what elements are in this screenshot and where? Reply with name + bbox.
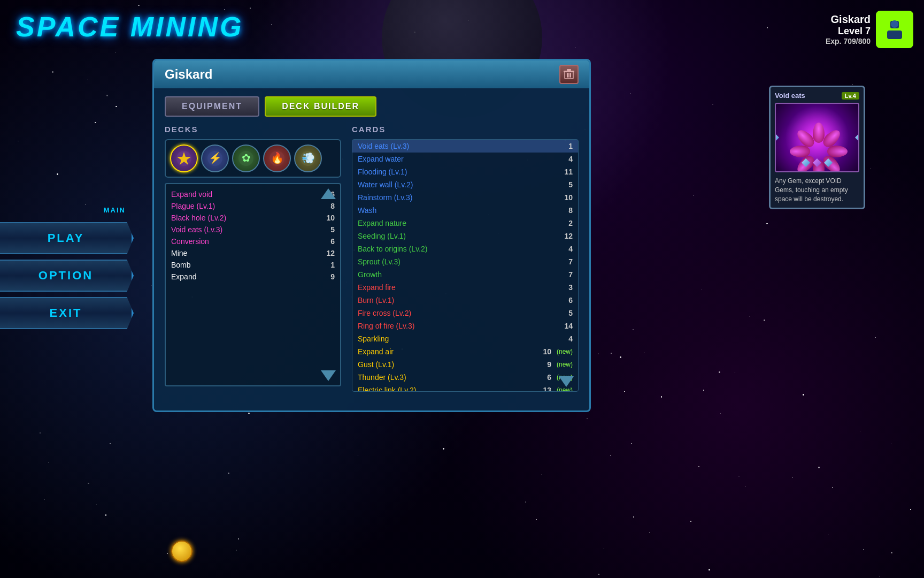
cards-header: CARDS [352, 125, 579, 134]
deck-cards-layout: DECKS ⚡ [165, 125, 579, 393]
card-item-count: 6 [547, 373, 551, 382]
corner-gem-left [775, 134, 779, 141]
card-item-name: Wash [358, 206, 376, 215]
trash-button[interactable] [559, 65, 579, 84]
tabs: EQUIPMENT DECK BUILDER [165, 96, 579, 117]
card-list-item[interactable]: Electric link (Lv.2)13(new) [352, 384, 578, 391]
main-label: MAIN [0, 203, 134, 217]
tab-equipment[interactable]: EQUIPMENT [165, 96, 259, 117]
deck-item-count: 1 [330, 261, 335, 269]
deck-scroll-up[interactable] [321, 188, 336, 199]
deck-item-count: 6 [330, 237, 335, 246]
card-item-count: 2 [568, 219, 573, 227]
svg-rect-6 [570, 73, 571, 78]
card-item-name: Growth [358, 270, 382, 279]
deck-list-container: Expand void6Plague (Lv.1)8Black hole (Lv… [165, 183, 341, 386]
card-list-item[interactable]: Back to origins (Lv.2)4 [352, 242, 578, 255]
card-item-count: 7 [568, 270, 573, 279]
svg-text:⚡: ⚡ [209, 151, 222, 164]
card-list-item[interactable]: Rainstorm (Lv.3)10 [352, 191, 578, 204]
gem-3 [824, 158, 833, 167]
deck-item-name: Expand [171, 272, 196, 281]
player-info: Giskard Level 7 Exp. 709/800 [826, 11, 913, 48]
deck-list-item[interactable]: Bomb1 [171, 259, 335, 271]
deck-icon-5[interactable]: 💨 [294, 144, 322, 172]
card-item-name: Ring of fire (Lv.3) [358, 322, 414, 330]
card-list-item[interactable]: Sprout (Lv.3)7 [352, 255, 578, 268]
card-item-count: 6 [568, 296, 573, 305]
card-list-item[interactable]: Water wall (Lv.2)5 [352, 178, 578, 191]
card-list-item[interactable]: Expand nature2 [352, 217, 578, 230]
deck-icon-1[interactable] [170, 144, 198, 172]
card-item-name: Sparkling [358, 334, 389, 343]
deck-icons-row: ⚡ ✿ 🔥 [165, 139, 341, 178]
card-item-name: Electric link (Lv.2) [358, 386, 416, 391]
preview-header: Void eats Lv.4 [775, 92, 859, 100]
deck-item-name: Mine [171, 249, 187, 257]
deck-list-item[interactable]: Black hole (Lv.2)10 [171, 212, 335, 224]
gem-2 [813, 158, 821, 167]
panel-title: Giskard [165, 67, 212, 82]
play-button[interactable]: PLAY [0, 222, 134, 254]
card-item-count: 10 [543, 347, 551, 356]
svg-rect-4 [567, 73, 568, 78]
deck-item-name: Expand void [171, 190, 212, 199]
card-item-count: 5 [568, 180, 573, 189]
deck-item-name: Conversion [171, 237, 209, 246]
svg-rect-5 [568, 73, 569, 78]
card-list-item[interactable]: Burn (Lv.1)6 [352, 294, 578, 307]
deck-icon-2[interactable]: ⚡ [201, 144, 229, 172]
card-item-count: 7 [568, 257, 573, 266]
gold-coin[interactable] [171, 541, 192, 562]
deck-list-item[interactable]: Expand9 [171, 271, 335, 283]
card-list-item[interactable]: Sparkling4 [352, 332, 578, 345]
svg-text:✿: ✿ [242, 152, 251, 164]
card-item-count: 12 [564, 232, 573, 240]
card-list-item[interactable]: Wash8 [352, 204, 578, 217]
deck-item-count: 8 [330, 202, 335, 210]
card-item-name: Water wall (Lv.2) [358, 180, 413, 189]
card-item-count: 9 [547, 360, 551, 369]
card-list-item[interactable]: Expand air10(new) [352, 345, 578, 358]
card-list-item[interactable]: Void eats (Lv.3)1 [352, 140, 578, 153]
card-item-name: Flooding (Lv.1) [358, 168, 407, 176]
card-list-item[interactable]: Expand water4 [352, 153, 578, 165]
card-item-name: Back to origins (Lv.2) [358, 245, 427, 253]
flower-petals [796, 116, 838, 159]
card-list-item[interactable]: Expand fire3 [352, 281, 578, 294]
card-preview-panel: Void eats Lv.4 Any Gem, except VOID Gems… [769, 86, 865, 209]
option-button[interactable]: OPTION [0, 260, 134, 292]
deck-scroll-down[interactable] [321, 370, 336, 381]
card-item-count: 10 [564, 193, 573, 202]
deck-list-item[interactable]: Mine12 [171, 247, 335, 259]
card-list-item[interactable]: Ring of fire (Lv.3)14 [352, 320, 578, 332]
card-list-item[interactable]: Thunder (Lv.3)6(new) [352, 371, 578, 384]
tab-deck-builder[interactable]: DECK BUILDER [265, 96, 376, 117]
deck-list: Expand void6Plague (Lv.1)8Black hole (Lv… [166, 184, 340, 385]
main-panel: Giskard EQUIPMENT DECK BUILDER DECKS [152, 59, 591, 412]
panel-title-bar: Giskard [154, 60, 589, 88]
card-list-item[interactable]: Gust (Lv.1)9(new) [352, 358, 578, 371]
deck-list-item[interactable]: Conversion6 [171, 235, 335, 247]
deck-list-item[interactable]: Expand void6 [171, 188, 335, 200]
decks-header: DECKS [165, 125, 341, 134]
exit-button[interactable]: EXIT [0, 297, 134, 329]
deck-icon-4[interactable]: 🔥 [263, 144, 291, 172]
deck-item-name: Void eats (Lv.3) [171, 225, 222, 234]
card-item-count: 4 [568, 334, 573, 343]
card-item-name: Seeding (Lv.1) [358, 232, 406, 240]
deck-list-item[interactable]: Void eats (Lv.3)5 [171, 224, 335, 235]
deck-list-item[interactable]: Plague (Lv.1)8 [171, 200, 335, 212]
cards-scroll-down[interactable] [559, 376, 574, 387]
left-menu: MAIN PLAY OPTION EXIT [0, 203, 134, 329]
card-item-count: 5 [568, 309, 573, 317]
card-list-item[interactable]: Flooding (Lv.1)11 [352, 165, 578, 178]
deck-icon-3[interactable]: ✿ [232, 144, 260, 172]
card-list-item[interactable]: Seeding (Lv.1)12 [352, 230, 578, 242]
preview-card-title: Void eats [775, 92, 805, 100]
card-list-item[interactable]: Fire cross (Lv.2)5 [352, 307, 578, 320]
preview-card-image [775, 103, 859, 172]
card-item-name: Sprout (Lv.3) [358, 257, 401, 266]
card-list-item[interactable]: Growth7 [352, 268, 578, 281]
card-item-count: 4 [568, 245, 573, 253]
